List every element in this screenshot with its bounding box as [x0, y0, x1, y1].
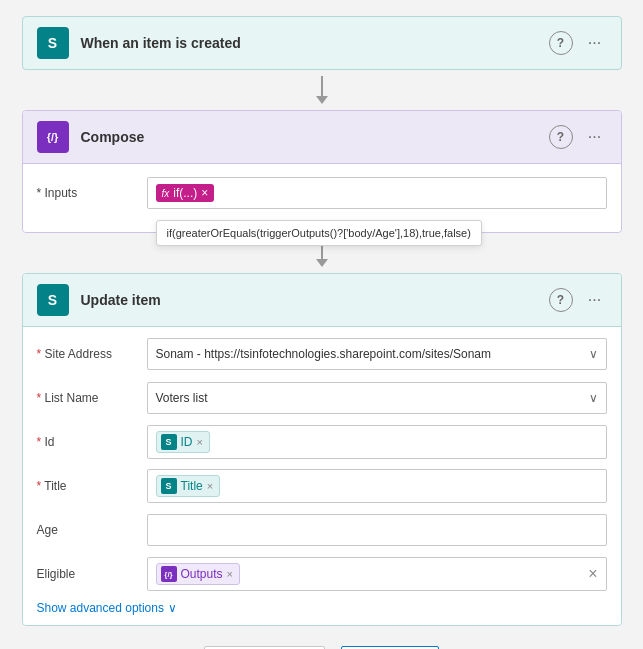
id-tag-close[interactable]: ×	[197, 436, 203, 448]
update-card: S Update item ? ··· * Site Address Sonam…	[22, 273, 622, 626]
age-row: Age	[37, 513, 607, 547]
formula-container: fx if(...) × if(greaterOrEquals(triggerO…	[156, 184, 598, 202]
eligible-tag: {/} Outputs ×	[156, 563, 240, 585]
trigger-actions: ? ···	[549, 31, 607, 55]
update-icon: S	[37, 284, 69, 316]
eligible-tag-icon: {/}	[161, 566, 177, 582]
list-name-value: Voters list	[156, 391, 208, 405]
formula-tag[interactable]: fx if(...) ×	[156, 184, 215, 202]
list-name-row: * List Name Voters list ∨	[37, 381, 607, 415]
update-actions: ? ···	[549, 288, 607, 312]
site-address-label: * Site Address	[37, 347, 147, 361]
show-advanced-label: Show advanced options	[37, 601, 164, 615]
trigger-card[interactable]: S When an item is created ? ···	[22, 16, 622, 70]
compose-icon: {/}	[37, 121, 69, 153]
compose-body: * Inputs fx if(...) × if(greaterOrEquals…	[23, 164, 621, 232]
eligible-field[interactable]: {/} Outputs × ×	[147, 557, 607, 591]
flow-container: S When an item is created ? ··· {/} Comp…	[22, 16, 622, 649]
title-field[interactable]: S Title ×	[147, 469, 607, 503]
id-field[interactable]: S ID ×	[147, 425, 607, 459]
formula-close[interactable]: ×	[201, 186, 208, 200]
site-address-value: Sonam - https://tsinfotechnologies.share…	[156, 347, 492, 361]
trigger-help-button[interactable]: ?	[549, 31, 573, 55]
trigger-more-button[interactable]: ···	[583, 31, 607, 55]
update-help-button[interactable]: ?	[549, 288, 573, 312]
eligible-tag-close[interactable]: ×	[227, 568, 233, 580]
list-name-chevron: ∨	[589, 391, 598, 405]
eligible-tag-label: Outputs	[181, 567, 223, 581]
compose-header[interactable]: {/} Compose ? ···	[23, 111, 621, 164]
trigger-icon: S	[37, 27, 69, 59]
update-more-button[interactable]: ···	[583, 288, 607, 312]
title-tag: S Title ×	[156, 475, 221, 497]
title-tag-close[interactable]: ×	[207, 480, 213, 492]
compose-more-button[interactable]: ···	[583, 125, 607, 149]
show-advanced-link[interactable]: Show advanced options ∨	[37, 601, 607, 615]
id-tag-label: ID	[181, 435, 193, 449]
arrow-head-2	[316, 259, 328, 267]
list-name-field[interactable]: Voters list ∨	[147, 382, 607, 414]
arrow-head-1	[316, 96, 328, 104]
trigger-title: When an item is created	[81, 35, 549, 51]
update-title: Update item	[81, 292, 549, 308]
title-label: * Title	[37, 479, 147, 493]
site-address-chevron: ∨	[589, 347, 598, 361]
compose-title: Compose	[81, 129, 549, 145]
arrow-line-1	[321, 76, 323, 96]
formula-icon: fx	[162, 188, 170, 199]
inputs-field[interactable]: fx if(...) × if(greaterOrEquals(triggerO…	[147, 177, 607, 209]
show-advanced-chevron: ∨	[168, 601, 177, 615]
update-header[interactable]: S Update item ? ···	[23, 274, 621, 327]
arrow-1	[316, 70, 328, 110]
id-tag: S ID ×	[156, 431, 210, 453]
update-body: * Site Address Sonam - https://tsinfotec…	[23, 327, 621, 625]
eligible-label: Eligible	[37, 567, 147, 581]
age-field[interactable]	[147, 514, 607, 546]
compose-help-button[interactable]: ?	[549, 125, 573, 149]
title-row: * Title S Title ×	[37, 469, 607, 503]
eligible-row: Eligible {/} Outputs × ×	[37, 557, 607, 591]
age-label: Age	[37, 523, 147, 537]
inputs-row: * Inputs fx if(...) × if(greaterOrEquals…	[37, 176, 607, 210]
formula-label: if(...)	[173, 186, 197, 200]
id-label: * Id	[37, 435, 147, 449]
compose-card: {/} Compose ? ··· * Inputs fx if(...) ×	[22, 110, 622, 233]
site-address-field[interactable]: Sonam - https://tsinfotechnologies.share…	[147, 338, 607, 370]
id-row: * Id S ID ×	[37, 425, 607, 459]
compose-actions: ? ···	[549, 125, 607, 149]
list-name-label: * List Name	[37, 391, 147, 405]
title-tag-icon: S	[161, 478, 177, 494]
site-address-row: * Site Address Sonam - https://tsinfotec…	[37, 337, 607, 371]
id-tag-icon: S	[161, 434, 177, 450]
eligible-clear-button[interactable]: ×	[588, 565, 597, 583]
title-tag-label: Title	[181, 479, 203, 493]
inputs-label: * Inputs	[37, 186, 147, 200]
formula-tooltip: if(greaterOrEquals(triggerOutputs()?['bo…	[156, 220, 482, 246]
